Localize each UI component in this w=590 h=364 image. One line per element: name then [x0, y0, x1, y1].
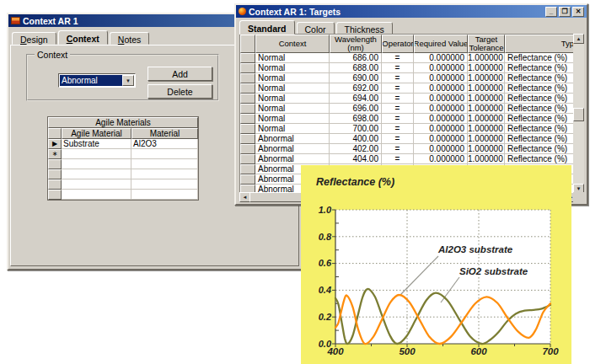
cell[interactable]: 696.00 [330, 104, 382, 114]
tab-context[interactable]: Context [58, 30, 108, 45]
cell[interactable]: = [382, 53, 414, 63]
target-row[interactable]: Abnormal404.00=0.0000001.000000Reflectan… [240, 154, 577, 164]
column-header-context[interactable]: Context [255, 35, 330, 53]
cell[interactable]: Reflectance (%) [505, 83, 577, 94]
cell[interactable]: 688.00 [330, 63, 382, 73]
maximize-button[interactable]: ❐ [559, 7, 571, 17]
tab-color[interactable]: Color [297, 22, 335, 35]
row-selector[interactable] [48, 179, 62, 190]
target-row[interactable]: Normal688.00=0.0000001.000000Reflectance… [240, 63, 577, 73]
cell[interactable]: 400.00 [330, 134, 382, 144]
column-header-wavelength[interactable]: Wavelength (nm) [330, 35, 382, 53]
tab-design[interactable]: Design [12, 32, 56, 45]
cell[interactable]: 402.00 [330, 144, 382, 154]
agile-material-cell[interactable] [62, 179, 131, 190]
scroll-up-icon[interactable]: ▲ [573, 34, 584, 44]
row-selector[interactable] [240, 154, 255, 164]
cell[interactable]: 690.00 [330, 73, 382, 83]
cell[interactable]: 0.000000 [414, 94, 468, 104]
agile-material-row[interactable]: ▶SubstrateAl2O3 [48, 139, 198, 149]
cell[interactable]: = [382, 134, 414, 144]
scrollbar-thumb[interactable] [573, 108, 584, 121]
tab-standard[interactable]: Standard [239, 20, 295, 35]
add-button[interactable]: Add [148, 67, 212, 81]
window-icon[interactable] [239, 8, 246, 15]
cell[interactable]: Reflectance (%) [505, 63, 577, 73]
row-selector[interactable]: ▶ [48, 139, 62, 149]
cell[interactable]: Reflectance (%) [505, 114, 577, 124]
vertical-scrollbar[interactable]: ▲ ▼ [573, 34, 584, 194]
cell[interactable]: 0.000000 [414, 154, 468, 164]
close-button[interactable]: ✕ [572, 7, 584, 17]
target-row[interactable]: Normal698.00=0.0000001.000000Reflectance… [240, 114, 577, 124]
cell[interactable]: 1.000000 [468, 104, 505, 114]
target-row[interactable]: Normal686.00=0.0000001.000000Reflectance… [240, 53, 577, 63]
cell[interactable]: = [382, 94, 414, 104]
cell[interactable]: Normal [255, 83, 330, 94]
cell[interactable]: 0.000000 [414, 73, 468, 83]
cell[interactable]: 698.00 [330, 114, 382, 124]
agile-material-cell[interactable]: Substrate [62, 139, 131, 149]
targets-window-titlebar[interactable]: Context AR 1: Targets _ ❐ ✕ [236, 5, 587, 18]
cell[interactable]: Reflectance (%) [505, 154, 577, 164]
context-combobox[interactable]: Abnormal ▼ [58, 73, 136, 88]
cell[interactable]: 0.000000 [414, 104, 468, 114]
row-selector[interactable] [240, 134, 255, 144]
cell[interactable]: Normal [255, 114, 330, 124]
target-row[interactable]: Normal694.00=0.0000001.000000Reflectance… [240, 94, 577, 104]
column-header-required-value[interactable]: Required Value [414, 35, 468, 53]
cell[interactable]: Normal [255, 94, 330, 104]
cell[interactable]: 1.000000 [468, 144, 505, 154]
cell[interactable]: Reflectance (%) [505, 104, 577, 114]
cell[interactable]: 1.000000 [468, 114, 505, 124]
agile-material-cell[interactable] [62, 159, 131, 169]
cell[interactable]: 694.00 [330, 94, 382, 104]
row-selector[interactable] [240, 63, 255, 73]
cell[interactable]: Reflectance (%) [505, 124, 577, 134]
row-selector[interactable] [240, 94, 255, 104]
tab-thickness[interactable]: Thickness [336, 22, 393, 35]
cell[interactable]: 1.000000 [468, 124, 505, 134]
target-row[interactable]: Normal690.00=0.0000001.000000Reflectance… [240, 73, 577, 83]
cell[interactable]: 1.000000 [468, 83, 505, 94]
agile-material-cell[interactable] [62, 190, 131, 200]
cell[interactable]: 692.00 [330, 83, 382, 94]
agile-material-cell[interactable] [62, 149, 131, 159]
cell[interactable]: Abnormal [255, 154, 330, 164]
agile-material-row[interactable] [48, 159, 198, 169]
cell[interactable]: 1.000000 [468, 94, 505, 104]
cell[interactable]: = [382, 104, 414, 114]
row-selector[interactable] [240, 124, 255, 134]
cell[interactable]: 0.000000 [414, 134, 468, 144]
agile-material-cell[interactable] [62, 169, 131, 179]
row-selector[interactable] [48, 159, 62, 169]
cell[interactable]: 0.000000 [414, 63, 468, 73]
cell[interactable]: Normal [255, 104, 330, 114]
cell[interactable]: 0.000000 [414, 83, 468, 94]
tab-notes[interactable]: Notes [110, 32, 149, 45]
cell[interactable]: Reflectance (%) [505, 53, 577, 63]
row-selector[interactable] [240, 144, 255, 154]
cell[interactable]: 1.000000 [468, 134, 505, 144]
agile-material-row[interactable] [48, 179, 198, 190]
cell[interactable]: = [382, 63, 414, 73]
window-icon[interactable] [11, 17, 20, 24]
material-cell[interactable] [131, 149, 198, 159]
cell[interactable]: 1.000000 [468, 63, 505, 73]
agile-material-row[interactable]: ∗ [48, 149, 198, 159]
minimize-button[interactable]: _ [545, 7, 557, 17]
cell[interactable]: 1.000000 [468, 154, 505, 164]
row-selector[interactable] [240, 104, 255, 114]
cell[interactable]: = [382, 114, 414, 124]
cell[interactable]: Reflectance (%) [505, 144, 577, 154]
cell[interactable]: 700.00 [330, 124, 382, 134]
column-header-operator[interactable]: Operator [382, 35, 414, 53]
cell[interactable]: 0.000000 [414, 114, 468, 124]
cell[interactable]: = [382, 144, 414, 154]
material-cell[interactable] [131, 159, 198, 169]
cell[interactable]: Normal [255, 53, 330, 63]
cell[interactable]: Normal [255, 63, 330, 73]
cell[interactable]: = [382, 124, 414, 134]
column-header-target-tolerance[interactable]: Target Tolerance [468, 35, 505, 53]
row-selector[interactable] [48, 169, 62, 179]
